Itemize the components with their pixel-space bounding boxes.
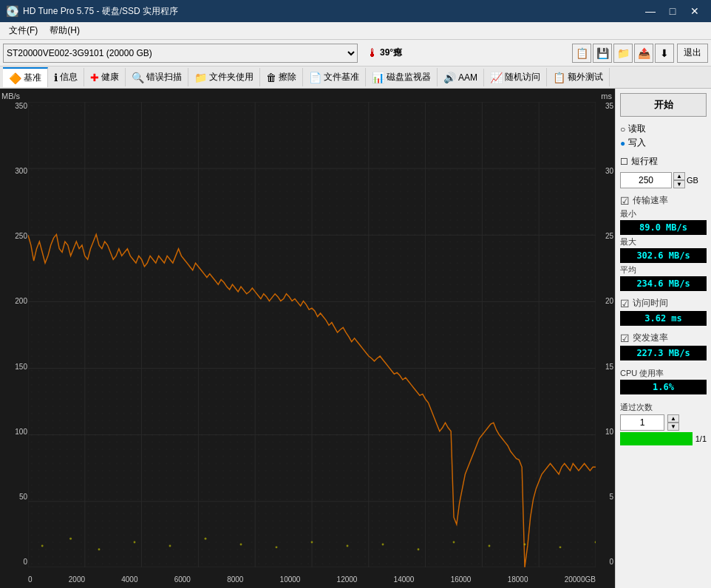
svg-point-22 — [41, 544, 44, 547]
avg-value: 234.6 MB/s — [620, 276, 707, 291]
menu-file[interactable]: 文件(F) — [3, 23, 44, 38]
folder-icon[interactable]: 📁 — [613, 44, 633, 63]
cpu-label: CPU 使用率 — [620, 368, 707, 379]
svg-point-27 — [205, 538, 207, 540]
tab-extra[interactable]: 📋 额外测试 — [547, 68, 610, 86]
tab-info[interactable]: ℹ 信息 — [48, 68, 84, 86]
tab-benchmark-label: 基准 — [24, 72, 41, 84]
gb-label: GB — [687, 176, 698, 185]
thermometer-icon: 🌡 — [367, 47, 378, 60]
burst-rate-label: ☑ 突发速率 — [620, 332, 707, 344]
y-axis-left: 350 300 250 200 150 100 50 0 — [1, 102, 27, 566]
pass-display: 1/1 — [695, 434, 707, 443]
tab-file-bench-label: 文件基准 — [324, 71, 359, 83]
tab-aam[interactable]: 🔊 AAM — [438, 69, 484, 86]
minimize-button[interactable]: — — [640, 3, 661, 19]
save-icon[interactable]: 💾 — [593, 44, 612, 63]
exit-button[interactable]: 退出 — [677, 44, 708, 63]
transfer-rate-section: ☑ 传输速率 最小 89.0 MB/s 最大 302.6 MB/s 平均 234… — [620, 194, 707, 291]
aam-icon: 🔊 — [443, 72, 456, 83]
write-radio[interactable]: 写入 — [620, 137, 707, 149]
tab-file-bench[interactable]: 📄 文件基准 — [303, 68, 366, 86]
extra-icon: 📋 — [553, 72, 565, 83]
pass-input[interactable] — [620, 414, 664, 431]
start-button[interactable]: 开始 — [620, 93, 707, 117]
erase-icon: 🗑 — [266, 72, 276, 83]
read-write-group: 读取 写入 — [620, 123, 707, 149]
pass-progress-row: 1/1 — [620, 432, 707, 445]
svg-point-36 — [524, 544, 526, 546]
tab-health-label: 健康 — [101, 71, 119, 83]
benchmark-icon: 🔶 — [9, 72, 21, 84]
main-area: MB/s ms 350 300 250 200 150 100 50 0 35 … — [0, 89, 711, 588]
max-value: 302.6 MB/s — [620, 248, 707, 263]
toolbar: ST20000VE002-3G9101 (20000 GB) 🌡 39°瘛 📋 … — [0, 40, 711, 66]
pass-spin-down[interactable]: ▼ — [667, 423, 679, 431]
random-icon: 📈 — [490, 72, 503, 83]
transfer-rate-label: ☑ 传输速率 — [620, 194, 707, 207]
titlebar-controls: — □ ✕ — [640, 3, 705, 19]
y-label-mbs: MB/s — [1, 92, 20, 100]
right-panel: 开始 读取 写入 短行程 ▲ ▼ GB — [615, 89, 711, 588]
spin-down-btn[interactable]: ▼ — [673, 180, 685, 188]
monitor-icon: 📊 — [372, 72, 384, 83]
tab-monitor-label: 磁盘监视器 — [387, 71, 431, 83]
read-radio[interactable]: 读取 — [620, 123, 707, 135]
pass-spin-up[interactable]: ▲ — [667, 414, 679, 423]
tab-benchmark[interactable]: 🔶 基准 — [3, 67, 48, 87]
short-trip-label: 短行程 — [631, 155, 658, 168]
tab-erase-label: 擦除 — [279, 71, 296, 83]
svg-rect-21 — [28, 102, 596, 567]
write-radio-icon — [620, 138, 625, 148]
tab-random[interactable]: 📈 随机访问 — [484, 68, 547, 86]
access-value: 3.62 ms — [620, 311, 707, 326]
tab-folder-label: 文件夹使用 — [209, 71, 254, 83]
svg-point-37 — [559, 546, 562, 548]
tab-error-scan-label: 错误扫描 — [146, 71, 182, 83]
tab-error-scan[interactable]: 🔍 错误扫描 — [126, 68, 188, 86]
pass-count-label: 通过次数 — [620, 402, 707, 413]
folder-tab-icon: 📁 — [194, 72, 207, 83]
download-icon[interactable]: ⬇ — [655, 44, 674, 63]
tab-info-label: 信息 — [60, 71, 78, 83]
svg-point-24 — [98, 548, 101, 550]
health-icon: ✚ — [90, 72, 99, 83]
tab-folder[interactable]: 📁 文件夹使用 — [188, 68, 260, 86]
pass-count-section: 通过次数 ▲ ▼ 1/1 — [620, 400, 707, 445]
tabbar: 🔶 基准 ℹ 信息 ✚ 健康 🔍 错误扫描 📁 文件夹使用 🗑 擦除 📄 文件基… — [0, 66, 711, 89]
svg-point-28 — [240, 544, 242, 546]
access-time-section: ☑ 访问时间 3.62 ms — [620, 297, 707, 326]
titlebar: 💽 HD Tune Pro 5.75 - 硬盘/SSD 实用程序 — □ ✕ — [0, 0, 711, 22]
svg-point-26 — [169, 544, 171, 547]
app-title: HD Tune Pro 5.75 - 硬盘/SSD 实用程序 — [23, 5, 178, 18]
short-trip-row: ▲ ▼ GB — [620, 172, 707, 188]
temp-display: 🌡 39°瘛 — [367, 47, 402, 60]
max-label: 最大 — [620, 236, 707, 247]
tab-health[interactable]: ✚ 健康 — [84, 68, 126, 86]
menubar: 文件(F) 帮助(H) — [0, 22, 711, 40]
short-trip-checkbox[interactable]: 短行程 — [620, 155, 707, 168]
disk-selector[interactable]: ST20000VE002-3G9101 (20000 GB) — [3, 44, 358, 63]
cpu-value: 1.6% — [620, 380, 707, 394]
maximize-button[interactable]: □ — [662, 3, 683, 19]
access-time-label: ☑ 访问时间 — [620, 297, 707, 310]
file-bench-icon: 📄 — [309, 72, 322, 83]
min-label: 最小 — [620, 208, 707, 219]
tab-erase[interactable]: 🗑 擦除 — [260, 68, 303, 86]
short-trip-check-icon — [620, 157, 628, 167]
tab-aam-label: AAM — [458, 72, 477, 83]
spin-up-btn[interactable]: ▲ — [673, 172, 685, 180]
short-trip-input[interactable] — [620, 172, 672, 188]
copy-icon[interactable]: 📋 — [572, 44, 591, 63]
tab-monitor[interactable]: 📊 磁盘监视器 — [366, 68, 438, 86]
share-icon[interactable]: 📤 — [634, 44, 653, 63]
tab-random-label: 随机访问 — [505, 71, 540, 83]
menu-help[interactable]: 帮助(H) — [44, 23, 86, 38]
close-button[interactable]: ✕ — [684, 3, 705, 19]
titlebar-left: 💽 HD Tune Pro 5.75 - 硬盘/SSD 实用程序 — [6, 5, 178, 18]
svg-point-30 — [311, 541, 313, 544]
info-icon: ℹ — [54, 72, 58, 83]
svg-point-34 — [453, 541, 455, 544]
svg-point-23 — [69, 538, 72, 540]
benchmark-chart — [28, 102, 596, 567]
